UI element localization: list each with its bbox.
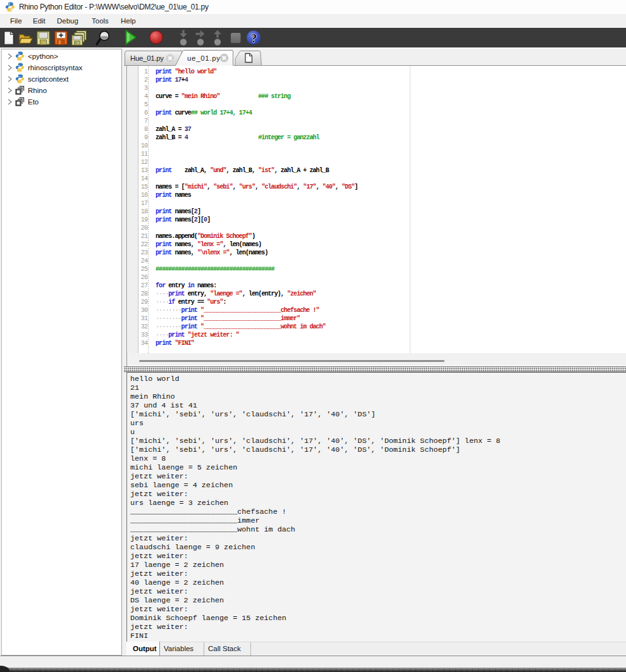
svg-text:?: ? — [251, 32, 257, 45]
svg-text:Hue_01.py: Hue_01.py — [130, 54, 164, 62]
svg-text:ue_01.py: ue_01.py — [187, 54, 220, 62]
